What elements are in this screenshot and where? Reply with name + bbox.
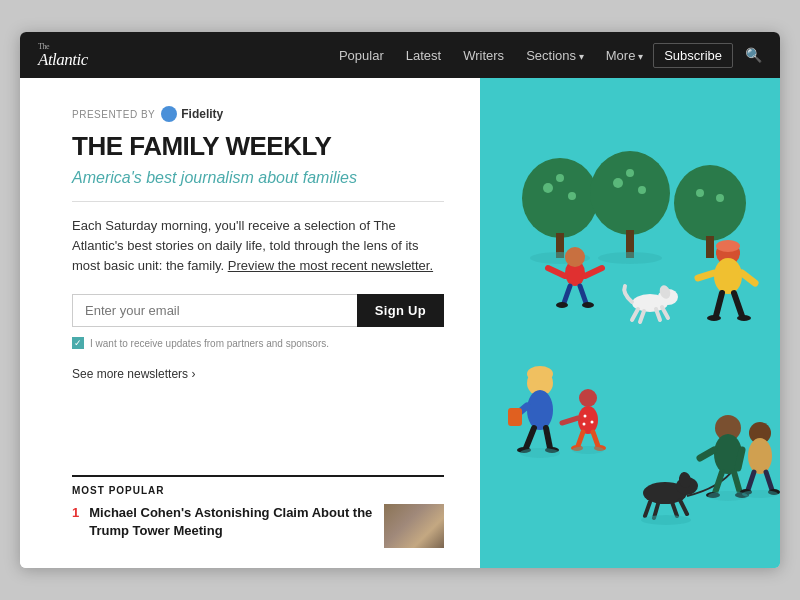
checkbox-row: ✓ I want to receive updates from partner…: [72, 337, 444, 349]
check-icon: ✓: [74, 338, 82, 348]
nav-latest[interactable]: Latest: [406, 48, 441, 63]
svg-point-42: [527, 366, 553, 382]
svg-point-13: [696, 189, 704, 197]
nav-popular[interactable]: Popular: [339, 48, 384, 63]
article-thumbnail: [384, 504, 444, 548]
signup-button[interactable]: Sign Up: [357, 294, 444, 327]
right-panel-illustration: [480, 78, 780, 568]
checkbox-label: I want to receive updates from partners …: [90, 338, 329, 349]
fidelity-circle-icon: [161, 106, 177, 122]
svg-rect-49: [508, 408, 522, 426]
svg-point-85: [742, 490, 778, 498]
svg-point-43: [527, 390, 553, 430]
site-logo[interactable]: The Atlantic: [38, 43, 88, 68]
email-input[interactable]: [72, 294, 357, 327]
svg-point-51: [578, 406, 598, 434]
checkbox[interactable]: ✓: [72, 337, 84, 349]
svg-point-24: [582, 302, 594, 308]
svg-point-84: [708, 491, 748, 501]
more-newsletters-link[interactable]: See more newsletters ›: [72, 367, 444, 381]
most-popular-label: MOST POPULAR: [72, 475, 444, 496]
svg-line-46: [546, 428, 550, 448]
newsletter-description: Each Saturday morning, you'll receive a …: [72, 216, 444, 276]
svg-point-67: [641, 515, 691, 525]
search-icon[interactable]: 🔍: [745, 47, 762, 64]
nav-writers[interactable]: Writers: [463, 48, 504, 63]
nav-more[interactable]: More: [606, 48, 643, 63]
browser-frame: The Atlantic Popular Latest Writers Sect…: [20, 32, 780, 568]
thumbnail-image: [384, 504, 444, 548]
svg-point-53: [591, 421, 594, 424]
presented-by-row: PRESENTED BY Fidelity: [72, 106, 444, 122]
nav-sections[interactable]: Sections: [526, 48, 584, 63]
svg-point-40: [737, 315, 751, 321]
svg-point-77: [748, 438, 772, 474]
svg-point-33: [716, 240, 740, 252]
email-form: Sign Up: [72, 294, 444, 327]
svg-point-16: [598, 252, 662, 264]
section-divider: [72, 201, 444, 202]
scene-svg: [480, 78, 780, 568]
newsletter-title: THE FAMILY WEEKLY: [72, 132, 444, 161]
svg-point-3: [543, 183, 553, 193]
newsletter-subtitle: America's best journalism about families: [72, 169, 444, 187]
svg-point-23: [556, 302, 568, 308]
article-title[interactable]: Michael Cohen's Astonishing Claim About …: [89, 504, 374, 539]
svg-line-35: [698, 273, 714, 278]
presented-by-label: PRESENTED BY: [72, 109, 155, 120]
svg-point-52: [584, 415, 587, 418]
svg-point-39: [707, 315, 721, 321]
svg-point-10: [626, 169, 634, 177]
family-illustration: [480, 78, 780, 568]
svg-point-34: [714, 258, 742, 294]
svg-point-83: [572, 446, 604, 454]
svg-point-6: [590, 151, 670, 235]
svg-point-4: [568, 192, 576, 200]
svg-rect-12: [706, 236, 714, 258]
svg-point-18: [565, 247, 585, 267]
navigation: The Atlantic Popular Latest Writers Sect…: [20, 32, 780, 78]
nav-subscribe-button[interactable]: Subscribe: [653, 43, 733, 68]
article-number: 1: [72, 505, 79, 520]
sponsor-logo: Fidelity: [161, 106, 223, 122]
svg-point-50: [579, 389, 597, 407]
main-content: PRESENTED BY Fidelity THE FAMILY WEEKLY …: [20, 78, 780, 568]
svg-point-11: [674, 165, 746, 241]
svg-point-54: [583, 423, 586, 426]
svg-line-71: [738, 450, 742, 468]
svg-point-14: [716, 194, 724, 202]
svg-point-82: [520, 448, 560, 458]
svg-point-8: [613, 178, 623, 188]
left-panel: PRESENTED BY Fidelity THE FAMILY WEEKLY …: [20, 78, 480, 568]
most-popular-section: MOST POPULAR 1 Michael Cohen's Astonishi…: [72, 457, 444, 548]
svg-point-9: [638, 186, 646, 194]
svg-point-1: [522, 158, 598, 238]
article-item: 1 Michael Cohen's Astonishing Claim Abou…: [72, 504, 444, 548]
sponsor-name: Fidelity: [181, 107, 223, 121]
nav-links: Popular Latest Writers Sections More: [339, 46, 643, 64]
preview-link[interactable]: Preview the most recent newsletter.: [228, 258, 433, 273]
svg-point-5: [556, 174, 564, 182]
